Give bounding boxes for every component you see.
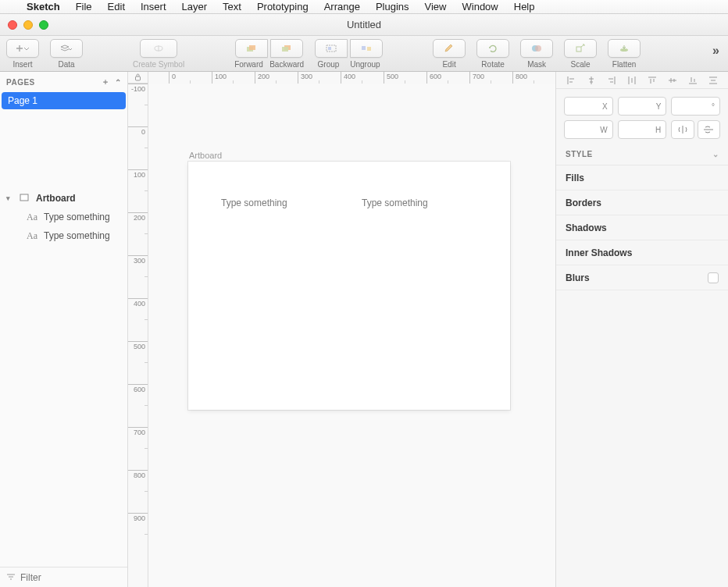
data-button[interactable]: [50, 39, 83, 58]
text-layer-icon: Aa: [25, 212, 39, 223]
forward-button[interactable]: [235, 39, 268, 58]
ruler-tick: 800: [128, 470, 148, 513]
svg-rect-13: [136, 76, 141, 80]
ruler-tick: 0: [128, 126, 148, 169]
width-input[interactable]: W: [564, 120, 613, 139]
menu-text[interactable]: Text: [215, 1, 249, 12]
insert-button[interactable]: [6, 39, 39, 58]
edit-button[interactable]: [433, 39, 466, 58]
layer-list: ▾ Artboard Aa Type something Aa Type som…: [0, 111, 127, 567]
backward-button[interactable]: [270, 39, 303, 58]
rotate-label: Rotate: [481, 60, 504, 69]
canvas[interactable]: Artboard Type something Type something: [148, 84, 555, 587]
shadows-section[interactable]: Shadows: [556, 215, 728, 240]
filter-input[interactable]: [20, 572, 137, 583]
align-right-icon[interactable]: [606, 75, 617, 86]
ruler-tick: 600: [426, 72, 469, 84]
blurs-section[interactable]: Blurs: [556, 265, 728, 290]
align-top-icon[interactable]: [647, 75, 658, 86]
mask-label: Mask: [527, 60, 546, 69]
ruler-tick: 400: [128, 298, 148, 341]
y-input[interactable]: Y: [618, 97, 667, 116]
layer-row-artboard[interactable]: ▾ Artboard: [0, 189, 127, 208]
toolbar-overflow-button[interactable]: »: [712, 44, 720, 58]
align-left-icon[interactable]: [566, 75, 576, 86]
group-button[interactable]: [315, 39, 348, 58]
ruler-tick: 700: [469, 72, 512, 84]
ungroup-button[interactable]: [350, 39, 383, 58]
filter-icon: [6, 571, 16, 585]
borders-section[interactable]: Borders: [556, 190, 728, 215]
filter-bar: [0, 567, 127, 587]
ruler-tick: 200: [255, 72, 298, 84]
group-icon: [324, 44, 338, 53]
rotation-input[interactable]: °: [671, 97, 720, 116]
app-menu[interactable]: Sketch: [19, 1, 68, 12]
pencil-icon: [444, 44, 455, 53]
artboard[interactable]: Type something Type something: [188, 162, 510, 410]
menu-plugins[interactable]: Plugins: [368, 1, 417, 12]
height-input[interactable]: H: [618, 120, 667, 139]
ruler-tick: 800: [512, 72, 555, 84]
text-layer-icon: Aa: [25, 230, 39, 242]
menu-insert[interactable]: Insert: [133, 1, 174, 12]
style-section-header[interactable]: STYLE ⌄: [556, 144, 728, 165]
menu-prototyping[interactable]: Prototyping: [249, 1, 316, 12]
ruler-horizontal[interactable]: 0 100 200 300 400 500 600 700 800: [169, 72, 555, 84]
rotate-button[interactable]: [476, 39, 509, 58]
mask-button[interactable]: [520, 39, 553, 58]
layer-row-text[interactable]: Aa Type something: [0, 208, 127, 226]
menu-window[interactable]: Window: [455, 1, 506, 12]
distribute-h-icon[interactable]: [626, 75, 637, 86]
scale-button[interactable]: [564, 39, 597, 58]
lock-icon: [134, 73, 141, 81]
menu-view[interactable]: View: [417, 1, 455, 12]
flatten-button[interactable]: [608, 39, 641, 58]
fills-section[interactable]: Fills: [556, 165, 728, 190]
ruler-tick: 200: [128, 212, 148, 255]
scale-icon: [575, 44, 586, 53]
pages-header: PAGES ＋ ⌃: [0, 72, 127, 92]
flatten-icon: [619, 44, 630, 53]
layer-row-text[interactable]: Aa Type something: [0, 226, 127, 245]
artboard-icon: [17, 193, 31, 205]
menu-file[interactable]: File: [68, 1, 100, 12]
menu-edit[interactable]: Edit: [100, 1, 133, 12]
svg-rect-1: [249, 45, 255, 50]
group-ungroup-label: Group Ungroup: [318, 60, 380, 69]
align-center-h-icon[interactable]: [586, 75, 597, 86]
insert-label: Insert: [12, 60, 32, 69]
window-titlebar: Untitled: [0, 14, 728, 36]
text-layer[interactable]: Type something: [362, 197, 428, 208]
menu-layer[interactable]: Layer: [174, 1, 216, 12]
pages-label: PAGES: [6, 78, 35, 87]
canvas-area: 0 100 200 300 400 500 600 700 800 -100 0…: [128, 72, 555, 587]
collapse-pages-icon[interactable]: ⌃: [115, 78, 122, 87]
align-bottom-icon[interactable]: [687, 75, 698, 86]
blurs-checkbox[interactable]: [708, 272, 719, 283]
ruler-vertical[interactable]: -100 0 100 200 300 400 500 600 700 800 9…: [128, 84, 148, 587]
text-layer[interactable]: Type something: [221, 197, 287, 208]
text-layer-label: Type something: [44, 212, 110, 222]
page-item[interactable]: Page 1: [2, 92, 126, 109]
flip-horizontal-button[interactable]: [671, 120, 694, 139]
ruler-origin-lock[interactable]: [128, 72, 148, 84]
x-input[interactable]: X: [564, 97, 613, 116]
add-page-icon[interactable]: ＋: [102, 76, 110, 87]
menu-arrange[interactable]: Arrange: [316, 1, 368, 12]
align-center-v-icon[interactable]: [667, 75, 678, 86]
symbol-icon: [152, 43, 166, 54]
ruler-tick: 600: [128, 384, 148, 427]
create-symbol-button[interactable]: [140, 39, 177, 58]
distribute-v-icon[interactable]: [708, 75, 719, 86]
inner-shadows-section[interactable]: Inner Shadows: [556, 240, 728, 265]
menu-help[interactable]: Help: [506, 1, 543, 12]
flip-vertical-button[interactable]: [698, 120, 720, 139]
ruler-tick: 400: [341, 72, 384, 84]
ruler-tick: 500: [384, 72, 426, 84]
artboard-title[interactable]: Artboard: [189, 151, 222, 160]
text-layer-label: Type something: [44, 230, 110, 241]
disclosure-icon[interactable]: ▾: [6, 194, 12, 202]
svg-rect-3: [282, 47, 288, 52]
svg-rect-10: [576, 47, 581, 52]
